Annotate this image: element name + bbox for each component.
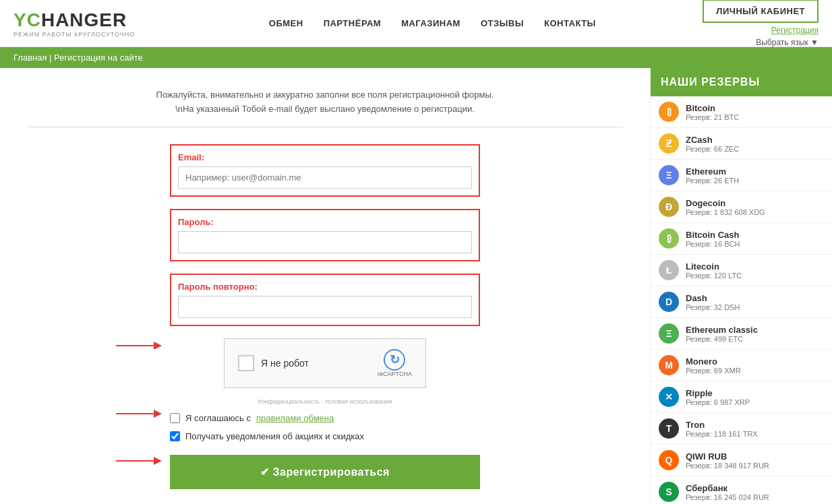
password-confirm-wrapper: Пароль повторно:	[170, 274, 480, 326]
form-section: Пожалуйста, внимательно и аккуратно запо…	[0, 68, 650, 504]
nav-exchange[interactable]: ОБМЕН	[269, 18, 303, 28]
coin-info: Ethereum Резерв: 26 ETH	[686, 166, 739, 185]
agree-checkbox[interactable]	[170, 413, 180, 423]
registration-form: Email: Пароль: Пароль повторно:	[27, 144, 623, 489]
agree-row: Я соглашаюсь с правилами обмена	[170, 413, 480, 423]
coin-name: Сбербанк	[686, 483, 769, 493]
notifications-row: Получать уведомления об акциях и скидках	[170, 431, 480, 441]
coin-info: ZCash Резерв: 66 ZEC	[686, 135, 739, 153]
reserve-item[interactable]: ₿ Bitcoin Резерв: 21 BTC	[651, 96, 832, 128]
agree-text: Я соглашаюсь с	[185, 413, 251, 423]
coin-icon: Ξ	[659, 165, 679, 185]
captcha-subtext: Конфиденциальность · Условия использован…	[224, 398, 426, 405]
coin-name: Monero	[686, 356, 741, 367]
cabinet-button[interactable]: ЛИЧНЫЙ КАБИНЕТ	[703, 0, 819, 23]
coin-name: Bitcoin	[686, 103, 739, 113]
reserve-item[interactable]: T Tron Резерв: 118 161 TRX	[651, 413, 832, 445]
password-group: Пароль:	[170, 209, 480, 261]
language-selector[interactable]: Выбрать язык ▼	[756, 38, 819, 47]
coin-icon: Ƶ	[659, 133, 679, 154]
agree-link[interactable]: правилами обмена	[256, 413, 334, 423]
register-link[interactable]: Регистрация	[771, 26, 819, 35]
captcha-box[interactable]: Я не робот ↻ reCAPTCHA	[224, 338, 426, 388]
reserve-item[interactable]: Ξ Ethereum classic Резерв: 499 ETC	[651, 318, 832, 350]
nav-partners[interactable]: ПАРТНЁРАМ	[324, 18, 382, 28]
coin-name: Litecoin	[686, 261, 742, 272]
reserve-list: ₿ Bitcoin Резерв: 21 BTC Ƶ ZCash Резерв:…	[651, 96, 832, 504]
password-confirm-group: Пароль повторно:	[170, 274, 480, 326]
coin-reserve: Резерв: 21 BTC	[686, 113, 739, 121]
form-description: Пожалуйста, внимательно и аккуратно запо…	[27, 88, 623, 127]
password-confirm-input[interactable]	[178, 296, 472, 318]
reserve-item[interactable]: S Сбербанк Резерв: 16 245 024 RUR	[651, 476, 832, 504]
coin-info: Сбербанк Резерв: 16 245 024 RUR	[686, 483, 769, 501]
email-group: Email:	[170, 144, 480, 197]
coin-name: Tron	[686, 420, 758, 430]
captcha-area: Я не робот ↻ reCAPTCHA	[170, 338, 480, 388]
coin-icon: Ξ	[659, 323, 679, 344]
submit-button[interactable]: ✔ Зарегистрироваться	[170, 455, 480, 489]
captcha-logo: ↻ reCAPTCHA	[378, 349, 412, 377]
reserve-item[interactable]: ₿ Bitcoin Cash Резерв: 16 BCH	[651, 223, 832, 255]
recaptcha-brand: reCAPTCHA	[378, 371, 412, 377]
breadcrumb: Главная | Регистрация на сайте	[0, 47, 832, 68]
coin-icon: ₿	[659, 228, 679, 249]
coin-name: Ethereum	[686, 166, 739, 177]
coin-reserve: Резерв: 1 832 608 XDG	[686, 208, 765, 216]
coin-info: Dash Резерв: 32 DSH	[686, 293, 740, 311]
desc-line2: \nНа указанный Тобой e-mail будет выслан…	[27, 102, 623, 117]
coin-info: Ripple Резерв: 6 987 XRP	[686, 388, 750, 406]
coin-reserve: Резерв: 120 LTC	[686, 272, 742, 280]
notifications-label: Получать уведомления об акциях и скидках	[185, 431, 364, 441]
coin-icon: M	[659, 355, 679, 375]
captcha-checkbox[interactable]	[238, 355, 254, 371]
header: YCHANGER РЕЖИМ РАБОТЫ КРУГЛОСУТОЧНО ОБМЕ…	[0, 0, 832, 47]
captcha-label: Я не робот	[261, 358, 309, 369]
coin-info: QIWI RUB Резерв: 18 348 917 RUR	[686, 451, 769, 470]
logo-area: YCHANGER РЕЖИМ РАБОТЫ КРУГЛОСУТОЧНО	[13, 9, 135, 38]
coin-reserve: Резерв: 69 XMR	[686, 367, 741, 375]
password-input[interactable]	[178, 231, 472, 253]
coin-name: Dash	[686, 293, 740, 303]
nav-shops[interactable]: МАГАЗИНАМ	[401, 18, 460, 28]
coin-name: Ripple	[686, 388, 750, 398]
coin-name: Ethereum classic	[686, 325, 758, 335]
reserve-item[interactable]: Ð Dogecoin Резерв: 1 832 608 XDG	[651, 191, 832, 223]
reserve-item[interactable]: Ξ Ethereum Резерв: 26 ETH	[651, 160, 832, 191]
reserve-item[interactable]: Q QIWI RUB Резерв: 18 348 917 RUR	[651, 445, 832, 476]
coin-name: Bitcoin Cash	[686, 230, 740, 240]
coin-reserve: Резерв: 18 348 917 RUR	[686, 462, 769, 470]
desc-line1: Пожалуйста, внимательно и аккуратно запо…	[27, 88, 623, 102]
nav-contacts[interactable]: КОНТАКТЫ	[544, 18, 596, 28]
nav-reviews[interactable]: ОТЗЫВЫ	[481, 18, 524, 28]
coin-reserve: Резерв: 118 161 TRX	[686, 430, 758, 438]
logo-sub: РЕЖИМ РАБОТЫ КРУГЛОСУТОЧНО	[13, 31, 135, 38]
coin-reserve: Резерв: 66 ZEC	[686, 145, 739, 153]
agree-row-wrapper: Я соглашаюсь с правилами обмена	[170, 413, 480, 423]
coin-info: Dogecoin Резерв: 1 832 608 XDG	[686, 198, 765, 216]
email-input[interactable]	[178, 166, 472, 189]
coin-icon: ✕	[659, 387, 679, 407]
coin-info: Monero Резерв: 69 XMR	[686, 356, 741, 375]
coin-reserve: Резерв: 16 245 024 RUR	[686, 493, 769, 501]
coin-icon: T	[659, 418, 679, 439]
coin-name: Dogecoin	[686, 198, 765, 208]
reserve-item[interactable]: ✕ Ripple Резерв: 6 987 XRP	[651, 381, 832, 413]
password-label: Пароль:	[178, 217, 472, 227]
reserve-item[interactable]: Ł Litecoin Резерв: 120 LTC	[651, 255, 832, 286]
reserve-item[interactable]: M Monero Резерв: 69 XMR	[651, 350, 832, 381]
sidebar-title: НАШИ РЕЗЕРВЫ	[651, 68, 832, 96]
breadcrumb-current: Регистрация на сайте	[54, 53, 143, 63]
coin-icon: Ł	[659, 260, 679, 280]
coin-name: QIWI RUB	[686, 451, 769, 462]
notifications-checkbox[interactable]	[170, 431, 180, 441]
coin-icon: Q	[659, 450, 679, 470]
reserve-item[interactable]: D Dash Резерв: 32 DSH	[651, 286, 832, 318]
breadcrumb-home[interactable]: Главная	[13, 53, 47, 63]
coin-icon: ₿	[659, 102, 679, 122]
arrow-submit	[116, 460, 156, 462]
arrow-captcha	[116, 345, 156, 346]
reserve-item[interactable]: Ƶ ZCash Резерв: 66 ZEC	[651, 128, 832, 160]
captcha-check[interactable]: Я не робот	[238, 355, 309, 371]
coin-info: Litecoin Резерв: 120 LTC	[686, 261, 742, 280]
